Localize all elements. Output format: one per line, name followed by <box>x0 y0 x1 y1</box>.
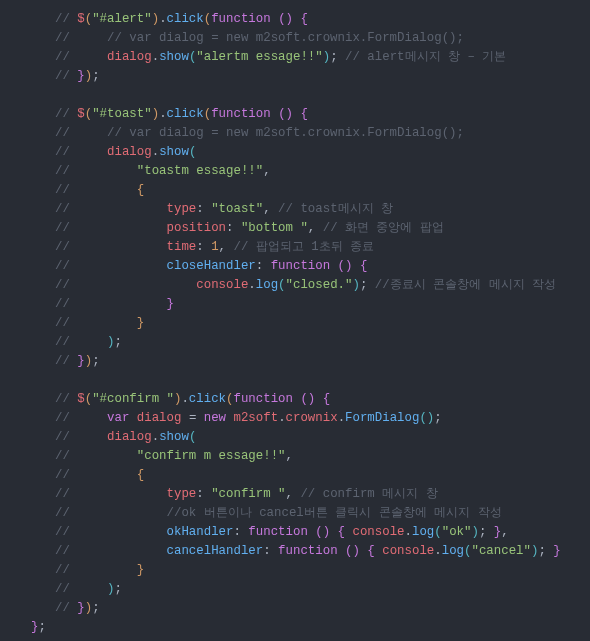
code-line-6: // $("#toast").click(function () { <box>55 105 590 124</box>
code-line-3: // dialog.show("alertm essage!!"); // al… <box>55 48 590 67</box>
code-line-34 <box>55 637 590 641</box>
code-line-25: // { <box>55 466 590 485</box>
code-line-26: // type: "confirm ", // confirm 메시지 창 <box>55 485 590 504</box>
code-line-4: // }); <box>55 67 590 86</box>
code-line-20 <box>55 371 590 390</box>
code-line-7: // // var dialog = new m2soft.crownix.Fo… <box>55 124 590 143</box>
code-line-12: // position: "bottom ", // 화면 중앙에 팝업 <box>55 219 590 238</box>
code-line-27: // //ok 버튼이나 cancel버튼 클릭시 콘솔창에 메시지 작성 <box>55 504 590 523</box>
code-line-22: // var dialog = new m2soft.crownix.FormD… <box>55 409 590 428</box>
code-line-23: // dialog.show( <box>55 428 590 447</box>
code-line-19: // }); <box>55 352 590 371</box>
code-line-33: }; <box>31 618 590 637</box>
code-line-29: // cancelHandler: function () { console.… <box>55 542 590 561</box>
code-line-16: // } <box>55 295 590 314</box>
code-line-10: // { <box>55 181 590 200</box>
code-line-24: // "confirm m essage!!", <box>55 447 590 466</box>
code-line-21: // $("#confirm ").click(function () { <box>55 390 590 409</box>
code-line-9: // "toastm essage!!", <box>55 162 590 181</box>
code-line-11: // type: "toast", // toast메시지 창 <box>55 200 590 219</box>
code-editor: // $("#alert").click(function () { // //… <box>0 0 590 641</box>
code-line-30: // } <box>55 561 590 580</box>
code-line-18: // ); <box>55 333 590 352</box>
code-line-28: // okHandler: function () { console.log(… <box>55 523 590 542</box>
code-line-31: // ); <box>55 580 590 599</box>
code-line-13: // time: 1, // 팝업되고 1초뒤 종료 <box>55 238 590 257</box>
code-line-14: // closeHandler: function () { <box>55 257 590 276</box>
code-line-17: // } <box>55 314 590 333</box>
code-line-8: // dialog.show( <box>55 143 590 162</box>
code-line-1: // $("#alert").click(function () { <box>55 10 590 29</box>
code-line-15: // console.log("closed."); //종료시 콘솔창에 메시… <box>55 276 590 295</box>
code-line-2: // // var dialog = new m2soft.crownix.Fo… <box>55 29 590 48</box>
code-line-32: // }); <box>55 599 590 618</box>
code-line-5 <box>55 86 590 105</box>
